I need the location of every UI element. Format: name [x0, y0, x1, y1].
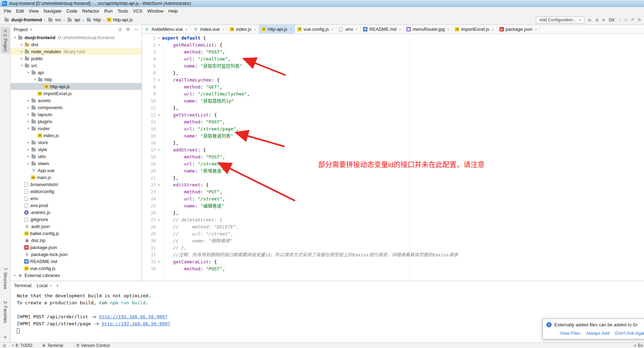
git-history-icon[interactable]: ↻ [638, 17, 641, 22]
chevron-down-icon[interactable]: ▾ [30, 27, 32, 32]
tab-readme-md[interactable]: MREADME.md× [360, 25, 404, 34]
fold-icon[interactable]: ▾ [156, 183, 162, 187]
close-icon[interactable]: × [535, 27, 537, 31]
terminal-tab-local[interactable]: Local × [37, 283, 52, 288]
settings-icon[interactable]: ⚙ [126, 27, 130, 32]
chevron-right-icon[interactable]: ▸ [26, 148, 31, 151]
tab-package-json[interactable]: npackage.json× [497, 25, 540, 34]
menu-item-vcs[interactable]: VCS [131, 8, 145, 14]
chevron-right-icon[interactable]: ▸ [19, 50, 24, 53]
tree-item-eslintrc-js[interactable]: e.eslintrc.js [10, 209, 141, 216]
tab-env[interactable]: .env× [336, 25, 360, 34]
status-item-6-todo[interactable]: ≡6: TODO [12, 343, 32, 348]
tree-item-public[interactable]: ▸public [10, 55, 141, 62]
tree-item-views[interactable]: ▸views [10, 160, 141, 167]
tree-item-main-js[interactable]: JSmain.js [10, 174, 141, 181]
status-item-terminal[interactable]: ▣Terminal [42, 343, 63, 348]
close-icon[interactable]: × [254, 27, 256, 31]
tree-item-style[interactable]: ▸style [10, 146, 141, 153]
tree-item-browserslistrc[interactable]: .browserslistrc [10, 181, 141, 188]
git-update-icon[interactable]: ↓ [619, 17, 621, 22]
chevron-down-icon[interactable]: ▾ [26, 71, 31, 74]
tree-item-components[interactable]: ▸components [10, 104, 141, 111]
tree-item-env[interactable]: .env [10, 195, 141, 202]
tree-item-router[interactable]: ▾router [10, 125, 141, 132]
chevron-down-icon[interactable]: ▾ [26, 127, 31, 130]
tree-item-duoji-frontend[interactable]: ▾duoji-frontendD:\zheheWeb\duoji-fronten… [10, 34, 141, 41]
breadcrumb-duoji-frontend[interactable]: duoji-frontend [3, 16, 43, 23]
project-panel-title[interactable]: Project [14, 27, 28, 32]
tree-item-importexcel-js[interactable]: JSimportExcel.js [10, 90, 141, 97]
terminal-link[interactable]: http://192.168.66.56:9007 [102, 321, 170, 326]
tree-item-env-prod[interactable]: .env.prod [10, 202, 141, 209]
tab-menurouter-jpg[interactable]: ▦menuRouter.jpg× [404, 25, 452, 34]
tree-item-api[interactable]: ▾api [10, 69, 141, 76]
fold-icon[interactable]: ▾ [156, 218, 162, 222]
tab-asidemenu-vue[interactable]: VAsideMenu.vue× [142, 25, 190, 34]
close-icon[interactable]: × [331, 27, 334, 31]
chevron-down-icon[interactable]: ▾ [19, 64, 24, 67]
new-terminal-button[interactable]: + [56, 283, 59, 288]
tool-window-switcher-icon[interactable]: ▤ [3, 343, 6, 347]
tree-item-http-api-js[interactable]: JShttp-api.js [10, 83, 141, 90]
close-icon[interactable]: × [290, 27, 292, 31]
fold-icon[interactable]: ▾ [156, 148, 162, 152]
tab-index-vue[interactable]: Vindex.vue× [190, 25, 227, 34]
tree-item-dist-zip[interactable]: ▤dist.zip [10, 237, 141, 244]
run-icon[interactable]: ▶ [588, 17, 592, 22]
hide-icon[interactable]: — [134, 27, 138, 32]
tree-item-src[interactable]: ▾src [10, 62, 141, 69]
close-icon[interactable]: × [356, 27, 358, 31]
close-icon[interactable]: × [186, 27, 188, 31]
terminal-link[interactable]: http://192.168.66.56:9007 [99, 314, 168, 319]
tree-item-package-lock-json[interactable]: {}package-lock.json [10, 251, 141, 258]
tree-item-node-modules[interactable]: ▸node_moduleslibrary root [10, 48, 141, 55]
breadcrumb-http-api-js[interactable]: JShttp-api.js [106, 16, 134, 23]
debug-icon[interactable]: ◉ [595, 17, 598, 22]
tool-button-favorites[interactable]: 2: Favorites [1, 301, 10, 323]
menu-item-help[interactable]: Help [166, 8, 180, 14]
tree-item-index-js[interactable]: JSindex.js [10, 132, 141, 139]
close-icon[interactable]: × [222, 27, 224, 31]
breadcrumb-http[interactable]: http [85, 16, 102, 23]
tool-button-structure[interactable]: 7: Structure [1, 268, 10, 289]
tree-item-readme-md[interactable]: MREADME.md [10, 258, 141, 265]
breadcrumb-api[interactable]: api [66, 16, 81, 23]
fold-icon[interactable]: ▾ [156, 78, 162, 82]
tree-item-store[interactable]: ▸store [10, 139, 141, 146]
tree-item-dist[interactable]: ▸dist [10, 41, 141, 48]
menu-item-run[interactable]: Run [102, 8, 115, 14]
status-right[interactable]: ◎ Ev [634, 343, 643, 348]
close-icon[interactable]: × [50, 283, 52, 287]
fold-icon[interactable]: ▾ [156, 43, 162, 47]
menu-item-refactor[interactable]: Refactor [80, 8, 102, 14]
chevron-right-icon[interactable]: ▸ [26, 141, 31, 144]
breadcrumb-src[interactable]: src [47, 16, 62, 23]
tree-item-gitignore[interactable]: .gitignore [10, 216, 141, 223]
close-icon[interactable]: × [492, 27, 494, 31]
tab-http-api-js[interactable]: JShttp-api.js× [259, 25, 295, 34]
menu-item-code[interactable]: Code [64, 8, 80, 14]
fold-icon[interactable]: ▾ [156, 260, 162, 264]
git-revert-icon[interactable]: ↶ [631, 17, 635, 22]
menu-item-edit[interactable]: Edit [14, 8, 26, 14]
tab-index-js[interactable]: JSindex.js× [227, 25, 259, 34]
tree-item-http[interactable]: ▾http [10, 76, 141, 83]
notification-action-don-t-ask-agai[interactable]: Don't Ask Agai [615, 331, 644, 336]
tree-item-layouts[interactable]: ▸layouts [10, 111, 141, 118]
tree-item-editorconfig[interactable]: .editorconfig [10, 188, 141, 195]
tree-item-auth-json[interactable]: {}auth.json [10, 223, 141, 230]
fold-icon[interactable]: ▾ [156, 113, 162, 117]
tree-item-plugins[interactable]: ▸plugins [10, 118, 141, 125]
menu-item-tools[interactable]: Tools [115, 8, 131, 14]
close-icon[interactable]: × [399, 27, 401, 31]
chevron-right-icon[interactable]: ▸ [26, 120, 31, 123]
tree-item-package-json[interactable]: npackage.json [10, 244, 141, 251]
status-item-9-version-control[interactable]: ↕9: Version Control [73, 343, 110, 348]
close-icon[interactable]: × [447, 27, 449, 31]
notification-action-view-files[interactable]: View Files [560, 331, 580, 336]
chevron-right-icon[interactable]: ▸ [26, 113, 31, 116]
chevron-right-icon[interactable]: ▸ [13, 274, 18, 277]
chevron-right-icon[interactable]: ▸ [26, 99, 31, 102]
menu-item-view[interactable]: View [26, 8, 41, 14]
